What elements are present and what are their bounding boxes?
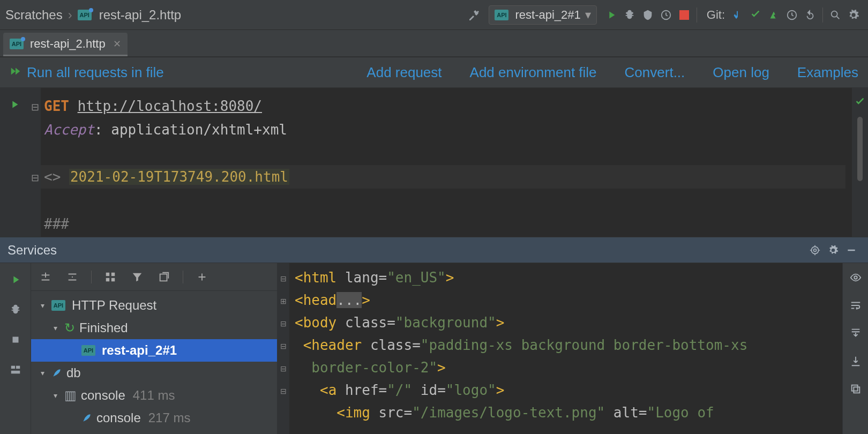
breadcrumb-root[interactable]: Scratches	[5, 8, 63, 23]
tree-label: rest-api_2#1	[102, 343, 177, 358]
svg-rect-9	[106, 272, 109, 275]
stop-grey-icon[interactable]	[6, 331, 25, 349]
fold-handle-icon[interactable]: ⊟	[29, 95, 41, 119]
debug-icon[interactable]	[6, 301, 25, 319]
run-all-requests-button[interactable]: Run all requests in file	[10, 64, 164, 81]
tree-node-console-group[interactable]: ▾ ▥ console 411 ms	[31, 384, 277, 407]
svg-rect-10	[111, 272, 115, 275]
chevron-down-icon: ▾	[50, 324, 60, 332]
separator	[697, 8, 697, 23]
response-viewer[interactable]: ⊟ ⊞ ⊟ ⊟ ⊟ ⊟ <html lang="en_US"> <head...…	[278, 263, 842, 434]
tree-node-run-item[interactable]: API rest-api_2#1	[31, 339, 277, 362]
search-icon[interactable]	[826, 6, 844, 24]
settings-icon[interactable]	[844, 6, 863, 24]
api-file-icon: API	[10, 39, 24, 49]
rerun-icon[interactable]	[6, 271, 25, 289]
fold-handle-icon[interactable]: ⊟	[29, 166, 41, 190]
preview-icon[interactable]	[847, 268, 865, 287]
fold-handle-icon[interactable]: ⊟	[280, 312, 287, 335]
close-icon[interactable]: ✕	[113, 38, 121, 50]
breadcrumb-file[interactable]: rest-api_2.http	[99, 8, 181, 23]
svg-rect-11	[106, 278, 109, 281]
build-icon[interactable]	[465, 6, 483, 24]
collapse-all-icon[interactable]	[63, 268, 81, 286]
svg-rect-6	[11, 366, 14, 369]
copy-icon[interactable]	[847, 380, 865, 398]
tree-node-finished[interactable]: ▾ ↻ Finished	[31, 317, 277, 339]
api-file-icon: API	[78, 10, 92, 20]
soft-wrap-icon[interactable]	[847, 296, 865, 315]
git-rollback-icon[interactable]	[801, 6, 819, 24]
filter-icon[interactable]	[128, 268, 146, 286]
examples-button[interactable]: Examples	[797, 64, 858, 81]
services-run-gutter	[0, 263, 31, 434]
tree-label: console	[81, 388, 125, 403]
git-push-icon[interactable]	[765, 6, 783, 24]
run-all-icon	[10, 64, 21, 81]
open-log-button[interactable]: Open log	[713, 64, 769, 81]
editor-fold-gutter: ⊟ ⊟	[29, 88, 41, 237]
code-area[interactable]: GET http://localhost:8080/ Accept: appli…	[41, 88, 852, 237]
response-file-link[interactable]: 2021-02-19T173749.200.html	[69, 169, 289, 185]
run-request-gutter-icon[interactable]	[5, 95, 24, 114]
git-commit-icon[interactable]	[746, 6, 765, 24]
tree-node-db[interactable]: ▾ db	[31, 362, 277, 384]
editor-right-gutter	[852, 88, 868, 237]
services-tree[interactable]: ▾ API HTTP Request ▾ ↻ Finished API rest…	[31, 291, 277, 434]
scroll-to-end-icon[interactable]	[847, 324, 865, 342]
group-icon[interactable]	[101, 268, 119, 286]
svg-rect-16	[851, 385, 857, 391]
debug-icon[interactable]	[620, 6, 639, 24]
tree-label: db	[66, 365, 81, 380]
export-icon[interactable]	[847, 352, 865, 370]
api-file-icon: API	[51, 300, 65, 311]
fold-handle-icon[interactable]: ⊟	[280, 267, 287, 290]
git-update-icon[interactable]	[728, 6, 746, 24]
target-icon[interactable]	[806, 245, 824, 256]
fold-expand-icon[interactable]: ⊞	[280, 290, 287, 312]
fold-handle-icon[interactable]: ⊟	[280, 380, 287, 402]
git-history-icon[interactable]	[783, 6, 801, 24]
svg-rect-12	[111, 278, 115, 281]
run-config-label: rest-api_2#1	[515, 8, 580, 22]
fold-handle-icon[interactable]: ⊟	[280, 357, 287, 380]
request-separator: ###	[44, 216, 69, 232]
http-method: GET	[44, 98, 69, 114]
response-code[interactable]: <html lang="en_US"> <head...> <body clas…	[289, 263, 842, 434]
tree-node-console-item[interactable]: console 217 ms	[31, 407, 277, 429]
chevron-down-icon: ▾	[38, 301, 47, 310]
fold-handle-icon[interactable]: ⊟	[280, 335, 287, 357]
minimize-icon[interactable]	[842, 245, 860, 256]
layout-icon[interactable]	[6, 361, 25, 379]
tree-label: Finished	[79, 320, 128, 335]
profile-icon[interactable]	[657, 6, 675, 24]
chevron-down-icon: ▾	[50, 391, 60, 400]
svg-point-3	[811, 246, 818, 253]
add-request-button[interactable]: Add request	[366, 64, 442, 81]
coverage-icon[interactable]	[639, 6, 657, 24]
add-icon[interactable]	[193, 268, 211, 286]
chevron-down-icon: ▾	[585, 8, 591, 22]
svg-rect-8	[11, 371, 20, 374]
console-icon: ▥	[64, 388, 77, 403]
inspection-ok-icon[interactable]	[851, 93, 868, 111]
stop-icon[interactable]	[675, 6, 693, 24]
svg-rect-5	[12, 337, 18, 343]
convert-button[interactable]: Convert...	[625, 64, 685, 81]
code-editor[interactable]: ⊟ ⊟ GET http://localhost:8080/ Accept: a…	[0, 88, 868, 237]
run-config-selector[interactable]: API rest-api_2#1 ▾	[489, 5, 596, 25]
tree-node-http-request[interactable]: ▾ API HTTP Request	[31, 294, 277, 317]
api-file-icon: API	[495, 10, 508, 20]
services-tree-panel: ▾ API HTTP Request ▾ ↻ Finished API rest…	[31, 263, 278, 434]
open-new-tab-icon[interactable]	[155, 268, 173, 286]
add-env-file-button[interactable]: Add environment file	[470, 64, 597, 81]
settings-icon[interactable]	[824, 245, 842, 256]
scrollbar-thumb[interactable]	[857, 117, 863, 181]
svg-point-14	[854, 276, 857, 279]
services-panel: ▾ API HTTP Request ▾ ↻ Finished API rest…	[0, 263, 868, 434]
expand-all-icon[interactable]	[36, 268, 55, 286]
chevron-right-icon: ›	[68, 8, 72, 23]
editor-tab[interactable]: API rest-api_2.http ✕	[3, 33, 128, 56]
http-header-value: application/xhtml+xml	[111, 122, 287, 138]
run-icon[interactable]	[602, 6, 620, 24]
